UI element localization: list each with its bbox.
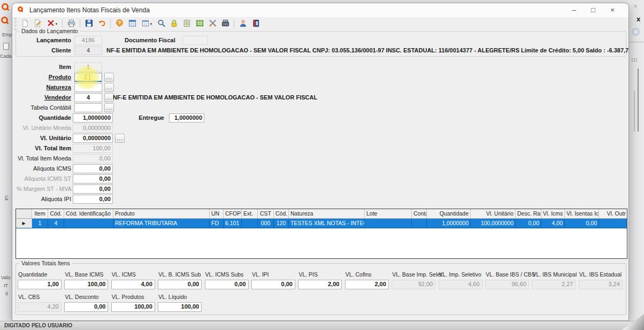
window-dropdown-button[interactable]: ▾: [139, 19, 154, 30]
column-header[interactable]: Item: [32, 209, 48, 219]
natureza-lookup-button[interactable]: ...: [104, 83, 114, 92]
lock-button[interactable]: [168, 19, 180, 30]
column-header[interactable]: CST: [258, 209, 274, 219]
cliente-info: NF-E EMITIDA EM AMBIENTE DE HOMOLOGACAO …: [106, 46, 629, 55]
grid-cell: 0,00: [516, 219, 541, 228]
search-button[interactable]: [155, 19, 167, 30]
help-balloon-button[interactable]: ?: [113, 19, 125, 30]
column-header[interactable]: Natureza: [289, 209, 365, 219]
window-logo-icon: [18, 6, 23, 12]
text-caret: [89, 74, 90, 80]
items-grid[interactable]: ItemCód.Cód. IdentificaçãoProdutoUNCFOPE…: [16, 209, 627, 259]
documento-fiscal-label: Documento Fiscal: [125, 36, 177, 44]
tools-button[interactable]: [206, 19, 218, 30]
background-fragment: IT: [4, 283, 8, 288]
tools-icon: [208, 19, 217, 29]
field-value: 0,00: [75, 195, 111, 203]
background-logo-icon: [632, 28, 640, 36]
aliquota-ipi-label: Aliquota IPI: [17, 195, 71, 203]
field-value: 0,0000000: [75, 124, 111, 132]
grid-cell: [599, 219, 627, 228]
total-field[interactable]: 0,00: [251, 280, 295, 289]
total-label: VL. IBS Municipal: [532, 271, 577, 278]
total-field[interactable]: 0,00: [205, 280, 249, 289]
grid-cell: 100,0000000: [471, 219, 516, 228]
row-selector-header[interactable]: [16, 209, 32, 219]
total-label: VL. IPI: [252, 271, 269, 278]
produto-field[interactable]: [74, 73, 102, 82]
fax-button[interactable]: [219, 19, 231, 30]
vl-unitario-lookup-button[interactable]: ...: [115, 134, 125, 143]
column-header[interactable]: Ext.: [242, 209, 258, 219]
grid-cell: 000: [258, 219, 274, 228]
column-header[interactable]: Conta: [412, 209, 427, 219]
aliquota-icms-label: Alíquota ICMS: [17, 164, 71, 173]
column-header[interactable]: Vl. Outr: [599, 209, 627, 219]
column-header[interactable]: Lote: [365, 209, 412, 219]
close-button[interactable]: ×: [604, 4, 621, 16]
aliquota-icms-st-label: Aliquota ICMS ST: [17, 174, 71, 183]
grid-cell: 6.101: [224, 219, 242, 228]
vl-unitario-field[interactable]: 0,0000000: [73, 134, 113, 143]
field-value: 1: [76, 63, 100, 71]
background-fragment: C: [5, 195, 9, 200]
column-header[interactable]: Quantidade: [427, 209, 471, 219]
total-label: VL. Produtos: [112, 294, 144, 300]
toolbar-separator: [110, 19, 111, 29]
app-logo-icon: [1, 17, 8, 24]
browse-grid-button[interactable]: [126, 19, 138, 30]
produto-lookup-button[interactable]: ...: [104, 73, 114, 82]
vendedor-label: Vendedor: [17, 93, 71, 102]
aliquota-icms-field[interactable]: 0,00: [73, 164, 113, 173]
total-field: 4,60: [439, 280, 482, 289]
total-field[interactable]: 100,00: [158, 302, 202, 312]
aliquota-icms-st-field[interactable]: 0,00: [73, 174, 113, 183]
spreadsheet-button[interactable]: [194, 19, 205, 30]
column-header[interactable]: Vl. Isentas Icms: [565, 209, 599, 219]
column-header[interactable]: UN: [210, 209, 224, 219]
field-value: 0,00: [75, 175, 111, 182]
background-scrollbar[interactable]: [638, 68, 639, 132]
total-field[interactable]: 0,00: [64, 302, 108, 312]
vl-unitario-moeda-field: 0,0000000: [73, 124, 113, 133]
lancamento-label: Lançamento: [17, 36, 71, 44]
vendedor-field[interactable]: 4: [74, 93, 102, 102]
user-button[interactable]: [237, 19, 249, 30]
vl-total-item-moeda-field: 0,00: [73, 154, 113, 163]
field-value: 0,00: [75, 185, 111, 193]
column-header[interactable]: Cód.: [48, 209, 64, 219]
notes-icon: [182, 19, 191, 29]
column-header[interactable]: Produto: [113, 209, 210, 219]
total-field[interactable]: 2,00: [298, 280, 342, 289]
total-field[interactable]: 1,00: [18, 280, 62, 289]
tabela-contabil-lookup-button[interactable]: ...: [104, 103, 114, 112]
total-field[interactable]: 0,00: [158, 280, 202, 289]
margem-st-mva-field[interactable]: 0,00: [73, 185, 113, 194]
total-field[interactable]: 4,00: [111, 280, 155, 289]
total-field[interactable]: 2,00: [345, 280, 389, 289]
grid-cell: TESTES XML NOTAS - INTEGRAL: [289, 219, 365, 228]
minimize-button[interactable]: –: [565, 4, 582, 16]
table-row[interactable]: ▶14REFORMA TRIBUTARIAFD6.101000120TESTES…: [16, 219, 627, 228]
tabela-contabil-field[interactable]: [74, 103, 102, 112]
total-field[interactable]: 100,00: [64, 280, 108, 289]
totals-title: Valores Totais Itens: [19, 260, 72, 266]
column-header[interactable]: Desc. Rat.: [516, 209, 541, 219]
total-field[interactable]: 100,00: [111, 302, 155, 312]
notes-button[interactable]: [181, 19, 193, 30]
aliquota-ipi-field[interactable]: 0,00: [73, 195, 113, 204]
column-header[interactable]: Vl. Icms: [541, 209, 565, 219]
quantidade-field[interactable]: 1,0000000: [73, 113, 113, 122]
document-icon: [3, 43, 9, 50]
maximize-button[interactable]: □: [585, 4, 602, 16]
undo-button[interactable]: [96, 19, 108, 30]
column-header[interactable]: Cód.: [274, 209, 289, 219]
column-header[interactable]: Vl. Unitário: [471, 209, 516, 219]
entregue-field[interactable]: 1,0000000: [169, 113, 204, 122]
column-header[interactable]: CFOP: [224, 209, 242, 219]
column-header[interactable]: Cód. Identificação: [64, 209, 113, 219]
save-button[interactable]: [83, 19, 95, 30]
company-button[interactable]: [250, 19, 262, 30]
total-label: VL. Desconto: [65, 294, 98, 300]
natureza-field[interactable]: [74, 83, 102, 92]
